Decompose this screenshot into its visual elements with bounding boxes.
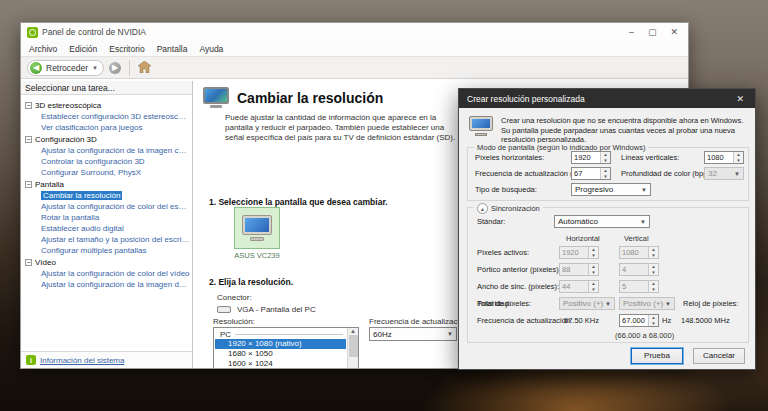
system-info-link[interactable]: Información del sistema xyxy=(40,356,124,365)
back-button[interactable]: ◀ Retroceder ▼ xyxy=(27,60,104,76)
scrollbar-thumb[interactable] xyxy=(349,335,358,357)
sidebar-tree: −3D estereoscópicaEstablecer configuraci… xyxy=(21,95,192,351)
scroll-up-icon[interactable]: ▲ xyxy=(350,328,356,334)
sync-row-label: Píxeles activos: xyxy=(477,248,529,257)
scan-type-select[interactable]: Progresivo▼ xyxy=(571,183,651,196)
tree-item-label[interactable]: Cambiar la resolución xyxy=(41,191,122,200)
refresh-hz-spinner[interactable]: 67▲▼ xyxy=(571,167,611,180)
minimize-button[interactable]: – xyxy=(629,27,634,37)
tree-item[interactable]: Ajustar la configuración de color del es… xyxy=(25,201,190,212)
tree-group[interactable]: −Vídeo xyxy=(25,257,190,268)
spin-down-icon: ▼ xyxy=(649,321,658,327)
sync-collapse-icon[interactable]: ▲ xyxy=(477,203,488,214)
dialog-close-icon[interactable]: ✕ xyxy=(733,94,747,104)
tree-item[interactable]: Ajustar la configuración de la imagen co… xyxy=(25,145,190,156)
tree-item-label[interactable]: Establecer configuración 3D estereoscópi… xyxy=(41,112,190,121)
menu-item-edicion[interactable]: Edición xyxy=(69,44,97,54)
horizontal-pixels-spinner[interactable]: 1920▲▼ xyxy=(571,151,611,164)
back-arrow-icon: ◀ xyxy=(30,62,42,74)
tree-item[interactable]: Controlar la configuración 3D xyxy=(25,156,190,167)
tree-item-label[interactable]: Ver clasificación para juegos xyxy=(41,123,142,132)
window-titlebar[interactable]: Panel de control de NVIDIA – ▢ ✕ xyxy=(21,23,688,41)
spin-down-icon: ▼ xyxy=(649,253,658,259)
tree-item-label[interactable]: Controlar la configuración 3D xyxy=(41,157,145,166)
tree-item-label[interactable]: Ajustar la configuración de color del es… xyxy=(41,202,190,211)
tree-item-label[interactable]: Rotar la pantalla xyxy=(41,213,99,222)
sync-row-h-spinner: 88▲▼ xyxy=(559,263,599,276)
spin-down-icon: ▼ xyxy=(589,253,598,259)
sidebar-footer: i Información del sistema xyxy=(21,351,192,368)
collapse-icon[interactable]: − xyxy=(25,136,32,143)
chevron-down-icon: ▼ xyxy=(734,171,740,177)
resolution-scrollbar[interactable]: ▲ ▼ xyxy=(347,328,358,368)
menu-bar: ArchivoEdiciónEscritorioPantallaAyuda xyxy=(21,41,688,56)
tree-item-label[interactable]: Establecer audio digital xyxy=(41,224,124,233)
resolution-list: PC 1920 × 1080 (nativo)1680 × 10501600 ×… xyxy=(214,328,347,368)
tree-item[interactable]: Cambiar la resolución xyxy=(25,190,190,201)
sync-row-h-spinner: 44▲▼ xyxy=(559,280,599,293)
tree-item-label[interactable]: Configurar múltiples pantallas xyxy=(41,246,146,255)
tree-item-label[interactable]: Ajustar la configuración de color del ví… xyxy=(41,269,190,278)
spin-down-icon: ▼ xyxy=(601,158,610,164)
dialog-titlebar[interactable]: Crear resolución personalizada ✕ xyxy=(459,89,755,108)
vertical-lines-label: Líneas verticales: xyxy=(621,153,679,162)
cancel-button[interactable]: Cancelar xyxy=(693,348,745,364)
tree-group[interactable]: −Configuración 3D xyxy=(25,134,190,145)
polarity-label: Polaridad: xyxy=(477,299,511,308)
hz-unit: Hz xyxy=(662,316,671,325)
menu-item-pantalla[interactable]: Pantalla xyxy=(157,44,188,54)
resolution-listbox[interactable]: PC 1920 × 1080 (nativo)1680 × 10501600 ×… xyxy=(213,327,359,368)
refresh-rate-select[interactable]: 60Hz ▼ xyxy=(369,327,457,341)
menu-item-escritorio[interactable]: Escritorio xyxy=(109,44,144,54)
standard-select[interactable]: Automático▼ xyxy=(554,215,650,228)
resolution-item[interactable]: 1920 × 1080 (nativo) xyxy=(215,339,346,349)
tree-item-label[interactable]: Ajustar la configuración de la imagen co… xyxy=(41,146,190,155)
system-info-icon: i xyxy=(26,355,36,365)
tree-group-label: 3D estereoscópica xyxy=(35,100,101,111)
menu-item-archivo[interactable]: Archivo xyxy=(29,44,57,54)
test-button[interactable]: Prueba xyxy=(631,348,683,364)
tree-item[interactable]: Ajustar la configuración de color del ví… xyxy=(25,268,190,279)
tree-item[interactable]: Establecer configuración 3D estereoscópi… xyxy=(25,111,190,122)
vertical-lines-spinner[interactable]: 1080▲▼ xyxy=(704,151,744,164)
collapse-icon[interactable]: − xyxy=(25,102,32,109)
tree-item[interactable]: Rotar la pantalla xyxy=(25,212,190,223)
sync-row-v-spinner: 5▲▼ xyxy=(619,280,659,293)
forward-button[interactable]: ▶ xyxy=(109,62,121,74)
maximize-button[interactable]: ▢ xyxy=(648,27,657,37)
tree-item[interactable]: Configurar múltiples pantallas xyxy=(25,245,190,256)
back-history-dropdown-icon[interactable]: ▼ xyxy=(92,65,98,71)
refresh-rate-value: 60Hz xyxy=(373,330,447,339)
resolution-item[interactable]: 1600 × 1024 xyxy=(214,359,347,368)
sidebar: Seleccionar una tarea... −3D estereoscóp… xyxy=(21,81,193,368)
connector-value: VGA - Pantalla del PC xyxy=(237,305,316,314)
refresh-hz-fine-spinner[interactable]: 67.000▲▼ Hz xyxy=(619,314,671,327)
window-title: Panel de control de NVIDIA xyxy=(42,27,629,37)
menu-item-ayuda[interactable]: Ayuda xyxy=(199,44,223,54)
desktop-background: Panel de control de NVIDIA – ▢ ✕ Archivo… xyxy=(0,0,768,411)
tree-group[interactable]: −3D estereoscópica xyxy=(25,100,190,111)
collapse-icon[interactable]: − xyxy=(25,259,32,266)
tree-item[interactable]: Ver clasificación para juegos xyxy=(25,122,190,133)
spin-down-icon: ▼ xyxy=(589,270,598,276)
polarity-vertical-select: Positivo (+)▼ xyxy=(619,297,675,310)
display-tile-selected[interactable] xyxy=(234,207,280,249)
resolution-item[interactable]: 1680 × 1050 xyxy=(214,349,347,359)
spin-down-icon: ▼ xyxy=(649,287,658,293)
chevron-down-icon: ▼ xyxy=(447,331,453,337)
collapse-icon[interactable]: − xyxy=(25,181,32,188)
connector-label: Conector: xyxy=(217,293,252,302)
tree-item-label[interactable]: Configurar Surround, PhysX xyxy=(41,168,141,177)
close-button[interactable]: ✕ xyxy=(670,27,678,37)
tree-item-label[interactable]: Ajustar el tamaño y la posición del escr… xyxy=(41,235,190,244)
tree-item[interactable]: Establecer audio digital xyxy=(25,223,190,234)
home-icon[interactable] xyxy=(138,61,151,75)
tree-item[interactable]: Ajustar el tamaño y la posición del escr… xyxy=(25,234,190,245)
tree-group[interactable]: −Pantalla xyxy=(25,179,190,190)
page-title-monitor-icon xyxy=(203,87,229,108)
tree-group-label: Configuración 3D xyxy=(35,134,97,145)
tree-item[interactable]: Ajustar la configuración de la imagen de… xyxy=(25,279,190,290)
tree-item-label[interactable]: Ajustar la configuración de la imagen de… xyxy=(41,280,190,289)
tree-item[interactable]: Configurar Surround, PhysX xyxy=(25,167,190,178)
display-mode-group-label: Modo de pantalla (según lo indicado por … xyxy=(474,143,648,152)
